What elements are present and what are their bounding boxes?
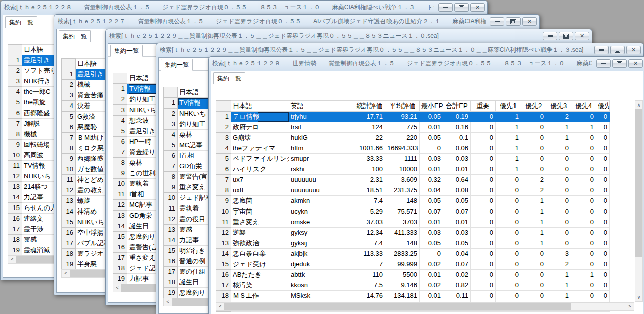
column-header[interactable]: 重要 [471,101,496,112]
row-number[interactable]: 9 [164,182,178,193]
cell-japanese[interactable]: G崩壊 [231,133,289,143]
cell-value[interactable]: 0.02 [420,259,443,270]
row-number[interactable]: 16 [164,256,178,267]
minimize-button[interactable] [596,59,611,68]
cell-value[interactable]: 1 [546,122,571,133]
cell-value[interactable]: 0.01 [420,217,443,228]
row-number[interactable]: 15 [216,259,231,270]
cell-value[interactable]: 0 [596,206,610,217]
titlebar[interactable]: 検索[ｔｈｅ２５１２２７＿＿質量制御再現公表１．５＿＿ジェド霊界ラジオ再現０．５… [54,15,539,27]
row-number[interactable]: 5 [8,97,22,108]
row-number[interactable]: 1 [216,112,231,122]
cell-value[interactable]: 0 [571,185,596,196]
cell-value[interactable]: 0 [571,291,596,301]
row-number[interactable]: 9 [216,196,231,206]
cell-value[interactable]: 0 [546,206,571,217]
cell-japanese[interactable]: 重さ変え [231,217,289,228]
row-number[interactable]: 7 [62,133,76,143]
cell-english[interactable]: kkosn [289,280,354,291]
row-number[interactable]: 7 [113,147,127,158]
vscroll-thumb[interactable] [635,109,642,257]
cell-value[interactable]: 2 [521,175,546,185]
cell-value[interactable]: 0 [571,133,596,143]
cell-value[interactable]: 12.34 [354,228,385,238]
cell-japanese[interactable]: ハイリスク [231,164,289,175]
row-number[interactable]: 3 [216,133,231,143]
cell-value[interactable]: 1 [546,270,571,280]
cell-value[interactable]: 33.33 [354,154,385,164]
cell-japanese[interactable]: 悪魔菌 [231,196,289,206]
cell-japanese[interactable]: ABたたき [231,270,289,280]
cell-value[interactable]: 0.01 [420,164,443,175]
cell-value[interactable]: 0 [471,270,496,280]
row-number[interactable]: 3 [113,105,127,116]
cell-value[interactable]: 0.03 [443,154,471,164]
cell-value[interactable]: 0 [521,133,546,143]
cell-value[interactable]: 0.07 [420,206,443,217]
cell-value[interactable]: 0.04 [443,249,471,259]
row-number[interactable]: 4 [216,143,231,154]
cell-value[interactable]: 0 [571,196,596,206]
column-header[interactable]: 英語 [289,101,354,112]
cell-value[interactable]: 1 [546,280,571,291]
row-number[interactable]: 13 [216,238,231,249]
cell-value[interactable]: 0 [571,143,596,154]
cell-value[interactable]: 0 [471,259,496,270]
row-number[interactable]: 7 [164,161,178,172]
cell-value[interactable]: 0.19 [443,112,471,122]
column-header[interactable]: 優先4 [571,101,596,112]
cell-value[interactable]: 3703 [385,217,420,228]
cell-value[interactable]: 0 [496,259,521,270]
cell-japanese[interactable]: ux8 [231,185,289,196]
cell-value[interactable]: 0 [571,249,596,259]
scroll-right-button[interactable]: > [626,303,634,310]
cell-value[interactable]: 1001.66 [354,143,385,154]
cell-value[interactable]: 0.16 [443,122,471,133]
close-button[interactable]: ✕ [522,17,537,26]
cell-value[interactable]: 37.03 [354,217,385,228]
row-number[interactable]: 2 [164,109,178,119]
column-header[interactable]: 平均評価 [385,101,420,112]
scroll-down-button[interactable]: ∨ [635,293,642,301]
row-number[interactable]: 18 [113,263,127,274]
cell-value[interactable]: 0 [496,238,521,249]
cell-value[interactable]: 0 [471,112,496,122]
minimize-button[interactable] [594,46,609,54]
cell-value[interactable]: 0 [521,249,546,259]
cell-value[interactable]: 0 [596,238,610,249]
row-number[interactable]: 14 [164,235,178,246]
row-number[interactable]: 1 [62,69,76,80]
cell-value[interactable]: 0 [546,196,571,206]
row-number[interactable]: 17 [8,224,22,235]
cell-value[interactable]: 1 [496,122,521,133]
row-number[interactable]: 11 [62,175,76,185]
column-header[interactable]: 最小EP [420,101,443,112]
cell-japanese[interactable]: 政府テロ [231,122,289,133]
cell-value[interactable]: 1 [571,270,596,280]
maximize-button[interactable] [454,3,469,12]
row-number[interactable]: 1 [164,98,178,109]
row-number[interactable]: 16 [216,270,231,280]
minimize-button[interactable] [438,3,453,12]
vscroll-track[interactable] [635,257,642,293]
cell-value[interactable]: 93.21 [385,112,420,122]
row-number[interactable]: 13 [164,225,178,235]
cell-english[interactable]: trsif [289,122,354,133]
row-number[interactable]: 15 [164,246,178,256]
cell-value[interactable]: 0 [521,280,546,291]
row-number[interactable]: 18 [216,291,231,301]
cell-value[interactable]: 0 [521,164,546,175]
cell-value[interactable]: 134.181 [385,291,420,301]
row-number[interactable]: 10 [164,193,178,203]
cell-value[interactable]: 0.01 [420,291,443,301]
cell-english[interactable]: uuuuuuu [289,175,354,185]
close-button[interactable]: ✕ [628,59,643,68]
cell-japanese[interactable]: 核汚染 [231,280,289,291]
cell-value[interactable]: 0 [571,206,596,217]
cell-value[interactable]: 0 [596,133,610,143]
cell-value[interactable]: 0 [471,175,496,185]
row-number[interactable]: 13 [62,196,76,206]
cell-value[interactable]: 411.333 [385,228,420,238]
cell-english[interactable]: akmkn [289,196,354,206]
close-button[interactable]: ✕ [470,3,485,12]
